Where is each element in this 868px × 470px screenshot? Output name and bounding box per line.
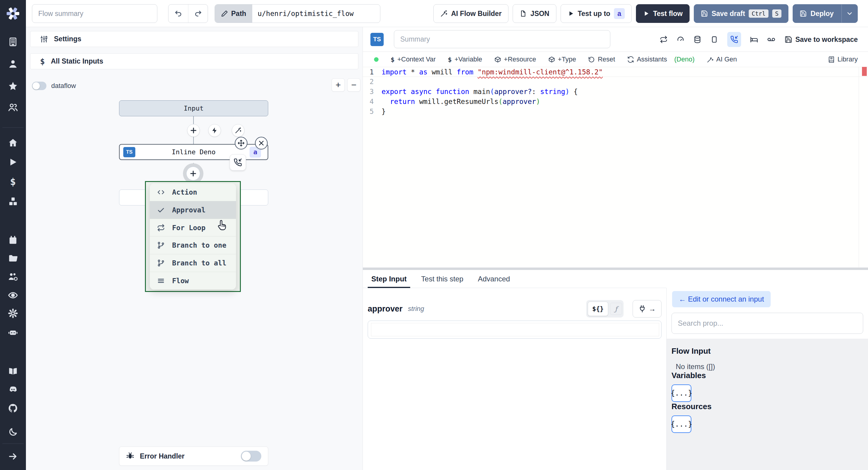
bug-icon	[126, 452, 134, 460]
suspend-approval-toggle[interactable]	[727, 32, 741, 47]
ai-robot-icon[interactable]	[0, 327, 26, 338]
all-static-inputs-label: All Static Inputs	[51, 57, 103, 65]
all-static-inputs-row[interactable]: $ All Static Inputs	[30, 53, 358, 69]
tab-test-this-step[interactable]: Test this step	[417, 270, 467, 288]
trigger-bolt-button[interactable]	[208, 124, 221, 137]
folders-icon[interactable]	[0, 253, 26, 263]
pencil-icon	[221, 10, 228, 17]
code-line[interactable]: 5}	[363, 107, 868, 117]
user-icon[interactable]	[0, 59, 26, 69]
tab-advanced[interactable]: Advanced	[474, 270, 514, 288]
audit-eye-icon[interactable]	[0, 290, 26, 301]
dark-mode-moon-icon[interactable]	[0, 427, 26, 437]
resources-cubes-icon[interactable]	[0, 196, 26, 207]
function-toggle[interactable]: ƒ	[610, 303, 622, 315]
groups-icon[interactable]	[0, 102, 26, 113]
github-icon[interactable]	[0, 403, 26, 413]
code-line[interactable]: 2	[363, 77, 868, 87]
json-button[interactable]: JSON	[513, 4, 556, 23]
search-prop-input[interactable]	[672, 313, 863, 334]
insert-below-plus-button[interactable]	[186, 167, 200, 181]
add-type-button[interactable]: +Type	[548, 56, 576, 63]
ai-suggest-wand-button[interactable]	[232, 124, 244, 137]
template-expression-toggle[interactable]: ${}	[588, 302, 608, 316]
resources-object-chip[interactable]: {...}	[672, 415, 691, 433]
home-icon[interactable]	[0, 138, 26, 148]
ai-gen-button[interactable]: AI Gen	[707, 56, 737, 63]
approver-value-input[interactable]	[368, 320, 661, 339]
refresh-cw-icon	[627, 56, 634, 63]
zoom-in-button[interactable]: +	[332, 78, 345, 92]
docs-book-icon[interactable]	[0, 366, 26, 376]
mock-square-icon[interactable]	[710, 36, 718, 43]
menu-item-branch-to-all[interactable]: Branch to all	[150, 254, 236, 272]
reset-button[interactable]: Reset	[588, 56, 615, 63]
test-flow-button[interactable]: Test flow	[636, 4, 689, 23]
zoom-out-button[interactable]: −	[347, 78, 361, 92]
retry-repeat-icon[interactable]	[660, 36, 668, 43]
code-line[interactable]: 4 return wmill.getResumeUrls(approver)	[363, 97, 868, 107]
resources-heading: Resources	[672, 402, 868, 411]
flow-settings-row[interactable]: Settings	[30, 31, 358, 47]
variables-object-chip[interactable]: {...}	[672, 384, 691, 402]
favorites-star-icon[interactable]	[0, 81, 26, 91]
schedules-calendar-icon[interactable]	[0, 235, 26, 246]
delete-node-button[interactable]	[255, 137, 268, 150]
code-line[interactable]: 3export async function main(approver?: s…	[363, 87, 868, 97]
workers-icon[interactable]	[0, 272, 26, 282]
concurrency-gauge-icon[interactable]	[677, 36, 684, 43]
add-variable-button[interactable]: $+Variable	[448, 56, 482, 63]
deploy-button[interactable]: Deploy	[793, 4, 858, 23]
connect-input-button[interactable]: →	[632, 300, 661, 318]
workspace-icon[interactable]	[0, 37, 26, 47]
plus-icon	[190, 127, 197, 134]
save-draft-button[interactable]: Save draft Ctrl S	[694, 4, 788, 23]
code-line[interactable]: 1import * as wmill from "npm:windmill-cl…	[363, 67, 868, 77]
undo-button[interactable]	[168, 4, 188, 23]
wand-sparkles-icon	[707, 56, 714, 63]
suspend-phone-badge[interactable]	[230, 154, 246, 170]
inline-deno-label: Inline Deno	[172, 148, 216, 156]
menu-item-action[interactable]: Action	[150, 184, 236, 201]
chevron-down-icon[interactable]	[846, 10, 853, 17]
redo-button[interactable]	[188, 4, 208, 23]
cache-database-icon[interactable]	[693, 36, 701, 43]
error-handler-toggle[interactable]	[241, 451, 261, 462]
repeat-icon	[157, 224, 165, 232]
dataflow-toggle[interactable]	[32, 82, 46, 90]
test-up-to-button[interactable]: Test up to a	[561, 4, 632, 23]
step-editor-panel: TS Save to workspace $+Context Var $+Var…	[363, 27, 868, 470]
assistants-button[interactable]: Assistants (Deno)	[627, 56, 695, 63]
menu-item-flow[interactable]: Flow	[150, 272, 236, 289]
package-icon	[494, 56, 501, 63]
step-summary-input[interactable]	[394, 30, 610, 48]
edit-or-connect-button[interactable]: ← Edit or connect an input	[672, 291, 771, 307]
menu-item-approval[interactable]: Approval	[150, 201, 236, 219]
move-node-button[interactable]	[235, 137, 247, 150]
save-to-workspace-button[interactable]: Save to workspace	[784, 36, 858, 44]
voicemail-icon[interactable]	[767, 35, 775, 44]
path-control[interactable]: Path u/henri/optimistic_flow	[215, 4, 380, 23]
sleep-bed-icon[interactable]	[750, 36, 758, 43]
input-node[interactable]: Input	[119, 100, 268, 116]
variables-dollar-icon[interactable]: $	[0, 176, 26, 187]
save-icon	[784, 36, 792, 43]
expand-sidebar-arrow-icon[interactable]	[0, 451, 26, 462]
field-type: string	[408, 305, 424, 313]
panel-resize-divider[interactable]	[363, 268, 868, 270]
runs-play-icon[interactable]	[0, 157, 26, 167]
add-context-var-button[interactable]: $+Context Var	[391, 56, 436, 63]
flow-summary-input[interactable]	[32, 4, 157, 23]
settings-gear-icon[interactable]	[0, 308, 26, 318]
library-button[interactable]: Library	[828, 56, 858, 63]
error-handler-card[interactable]: Error Handler	[119, 446, 268, 466]
ai-flow-builder-button[interactable]: AI Flow Builder	[433, 4, 508, 23]
menu-item-branch-to-one[interactable]: Branch to one	[150, 237, 236, 254]
windmill-logo[interactable]	[0, 7, 26, 21]
tab-step-input[interactable]: Step Input	[368, 270, 410, 288]
git-branch-icon	[157, 241, 165, 249]
discord-icon[interactable]	[0, 384, 26, 395]
code-editor[interactable]: 1import * as wmill from "npm:windmill-cl…	[363, 67, 868, 268]
add-resource-button[interactable]: +Resource	[494, 56, 536, 63]
insert-step-plus-button[interactable]	[187, 124, 200, 137]
